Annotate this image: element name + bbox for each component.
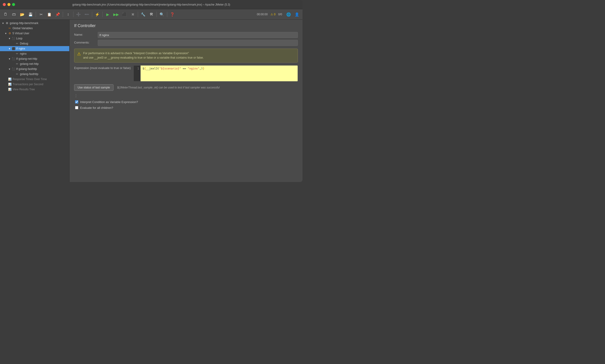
toggle-button[interactable]: ⚡	[93, 11, 101, 18]
sidebar-item-debug[interactable]: ✏ Debug	[0, 41, 69, 46]
sidebar-item-if-golang-net[interactable]: ▼ ⬛ If golang-net-http	[0, 56, 69, 61]
warning-line2: and use __jexl3 or __groovy evaluating t…	[83, 56, 204, 59]
tree-item-label: 5 Virtual User	[13, 32, 29, 35]
sidebar-item-root[interactable]: ▼ ⚙ golang-http-benchmark	[0, 21, 69, 26]
warning-count: 0	[274, 13, 276, 16]
drag-handle-area: ⋮	[74, 93, 298, 98]
paste-button[interactable]: 📌	[54, 11, 61, 18]
sidebar-item-if-golang-fast[interactable]: ▼ ⬛ If golang-fasthttp	[0, 66, 69, 72]
maximize-button[interactable]	[12, 3, 15, 6]
close-button[interactable]	[3, 3, 6, 6]
evaluate-all-children-label[interactable]: Evaluate for all children?	[80, 106, 113, 110]
tree-item-label: If nginx	[16, 47, 25, 50]
sampler-icon-3: ✏	[15, 72, 19, 76]
expand-arrow: ▼	[8, 68, 11, 70]
tree-item-label: If golang-fasthttp	[16, 67, 37, 71]
expression-input[interactable]: ${__jexl3("${scenario}" == "nginx",)}	[141, 65, 298, 81]
sidebar-item-if-nginx[interactable]: ▼ ⬛ If nginx	[0, 46, 69, 51]
separator-5	[102, 12, 103, 17]
separator-3	[73, 12, 73, 17]
interpret-condition-label[interactable]: Interpret Condition as Variable Expressi…	[80, 100, 138, 104]
warning-message: For performance it is advised to check "…	[83, 51, 204, 60]
sidebar-item-view-results[interactable]: 📊 View Results Tree	[0, 87, 69, 92]
interpret-condition-checkbox[interactable]	[75, 100, 78, 104]
main-layout: ▼ ⚙ golang-http-benchmark ✂ Global Varia…	[0, 20, 302, 182]
window-title: golang-http-benchmark.jmx (/Users/nicola…	[72, 3, 230, 6]
tree-item-label: If golang-net-http	[16, 57, 37, 60]
copy-button[interactable]: 📋	[46, 11, 53, 18]
sidebar-item-nginx[interactable]: ✏ nginx	[0, 51, 69, 56]
timer-display: 00:00:00	[257, 13, 268, 16]
stop-button[interactable]: ⬛	[121, 11, 128, 18]
warning-box: ⚠ For performance it is advised to check…	[74, 49, 298, 63]
sidebar-item-virtual-user[interactable]: ▼ ⚙ 5 Virtual User	[0, 31, 69, 36]
tree-item-label: Loop	[16, 37, 23, 40]
expand-arrow: ▼	[5, 32, 7, 35]
tree-item-label: golang-http-benchmark	[10, 22, 38, 25]
vars-icon: ✂	[8, 26, 12, 30]
expand-button[interactable]: ↕	[64, 11, 72, 18]
comments-input[interactable]	[98, 40, 298, 46]
expand-arrow: ▼	[8, 58, 11, 60]
warning-triangle-icon: ⚠	[77, 52, 81, 56]
templates-button[interactable]: 🗃	[10, 11, 18, 18]
name-row: Name:	[74, 32, 298, 38]
evaluate-all-children-checkbox[interactable]	[75, 106, 78, 109]
remove-button[interactable]: ➖	[83, 11, 91, 18]
run-button[interactable]: ▶	[104, 11, 111, 18]
warning-icon: ⚠	[271, 13, 273, 16]
clear-all-button[interactable]: 🛠	[148, 11, 155, 18]
expression-editor: 1 ${__jexl3("${scenario}" == "nginx",)}	[133, 65, 298, 81]
warning-indicator: ⚠ 0	[271, 13, 276, 16]
sidebar-item-global-vars[interactable]: ✂ Global Variables	[0, 26, 69, 31]
save-button[interactable]: 💾	[27, 11, 34, 18]
action-hint: ${JMeterThread.last_sample_ok} can be us…	[117, 86, 220, 89]
use-status-button[interactable]: Use status of last sample	[74, 84, 114, 91]
titlebar: golang-http-benchmark.jmx (/Users/nicola…	[0, 0, 302, 9]
loop-icon: ⬛	[12, 37, 15, 40]
expression-label: Expression (must evaluate to true or fal…	[74, 65, 131, 70]
expand-arrow: ▼	[2, 22, 4, 25]
thread-group-icon: ⚙	[8, 31, 12, 35]
content-panel: If Controller Name: Comments: ⚠ For perf…	[69, 20, 302, 182]
expression-section: Expression (must evaluate to true or fal…	[74, 65, 298, 81]
if-controller-icon-2: ⬛	[12, 57, 15, 61]
minimize-button[interactable]	[7, 3, 10, 6]
sidebar-item-golang-net-http[interactable]: ✏ golang-net-http	[0, 61, 69, 66]
remote-start-all-button[interactable]: 🌐	[285, 11, 292, 18]
add-button[interactable]: ➕	[75, 11, 82, 18]
plan-icon: ⚙	[5, 21, 9, 25]
cut-button[interactable]: ✂	[37, 11, 45, 18]
tree-item-label: Response Times Over Time	[13, 78, 47, 81]
comments-row: Comments:	[74, 40, 298, 46]
tree-item-label: nginx	[20, 52, 27, 55]
sampler-icon-2: ✏	[15, 62, 19, 66]
window-controls[interactable]	[3, 3, 15, 6]
sidebar-item-response-times[interactable]: 📊 Response Times Over Time	[0, 77, 69, 82]
tree-item-label: golang-net-http	[20, 62, 39, 65]
separator-6	[138, 12, 138, 17]
separator-4	[92, 12, 92, 17]
clear-button[interactable]: 🔧	[139, 11, 147, 18]
run-remote-button[interactable]: ▶▶	[112, 11, 120, 18]
separator-2	[63, 12, 63, 17]
sidebar-item-loop[interactable]: ▼ ⬛ Loop	[0, 36, 69, 41]
help-button[interactable]: ❓	[169, 11, 176, 18]
action-row: Use status of last sample ${JMeterThread…	[74, 84, 298, 91]
sidebar-item-transactions[interactable]: 📊 Transactions per Second	[0, 82, 69, 87]
name-input[interactable]	[98, 32, 298, 38]
checkbox-interpret-row: Interpret Condition as Variable Expressi…	[74, 100, 298, 104]
listener-icon: 📊	[8, 77, 12, 81]
comments-label: Comments:	[74, 40, 95, 44]
sidebar-item-golang-fasthttp[interactable]: ✏ golang-fasthttp	[0, 72, 69, 77]
if-controller-icon: ⬛	[12, 47, 15, 51]
sidebar: ▼ ⚙ golang-http-benchmark ✂ Global Varia…	[0, 20, 69, 182]
new-button[interactable]: 🗒	[2, 11, 9, 18]
debug-icon: ✏	[15, 42, 19, 45]
panel-title: If Controller	[74, 23, 298, 28]
stop-now-button[interactable]: ✖	[129, 11, 136, 18]
search-button[interactable]: 🔍	[158, 11, 166, 18]
open-button[interactable]: 📂	[19, 11, 26, 18]
warning-line1: For performance it is advised to check "…	[83, 52, 189, 55]
user-button[interactable]: 👤	[293, 11, 301, 18]
